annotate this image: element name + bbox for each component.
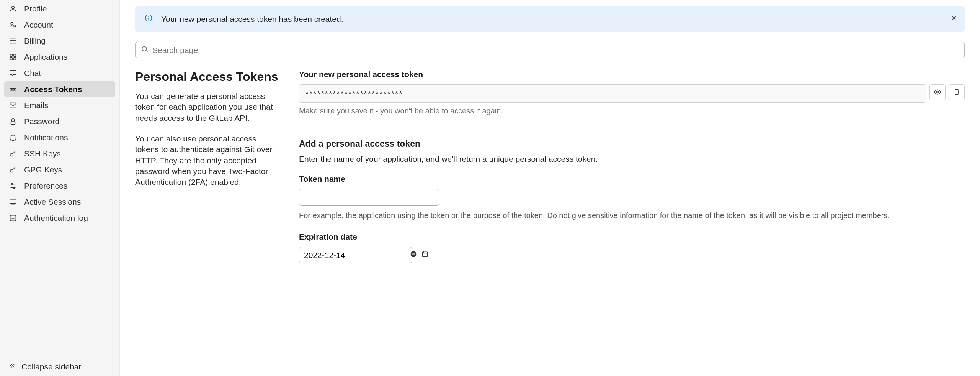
sidebar-item-account[interactable]: Account xyxy=(4,17,115,33)
sidebar-item-label: Profile xyxy=(24,4,47,13)
intro-paragraph-2: You can also use personal access tokens … xyxy=(135,133,281,188)
expiration-date-field[interactable] xyxy=(299,247,412,263)
search-input[interactable] xyxy=(152,46,959,55)
sidebar-item-access-tokens[interactable]: Access Tokens xyxy=(4,81,115,97)
expiration-date-input[interactable] xyxy=(304,251,404,260)
svg-rect-8 xyxy=(14,58,16,60)
svg-rect-5 xyxy=(10,54,13,57)
sidebar-item-label: Chat xyxy=(24,69,41,78)
sidebar-item-label: Access Tokens xyxy=(24,85,82,94)
svg-point-10 xyxy=(11,89,12,90)
sidebar-item-label: Applications xyxy=(24,53,67,62)
svg-point-30 xyxy=(148,16,149,17)
profile-icon xyxy=(9,5,17,13)
token-icon xyxy=(9,85,17,94)
svg-point-2 xyxy=(14,25,16,27)
password-icon xyxy=(9,117,17,126)
notifications-icon xyxy=(9,133,17,142)
copy-token-button[interactable] xyxy=(949,84,965,100)
svg-rect-13 xyxy=(10,103,16,108)
page-title: Personal Access Tokens xyxy=(135,70,281,84)
divider xyxy=(299,126,965,126)
info-icon xyxy=(144,14,153,24)
svg-point-0 xyxy=(11,6,14,9)
alert-message: Your new personal access token has been … xyxy=(161,15,343,24)
sidebar-item-label: Billing xyxy=(24,36,46,46)
sidebar-item-password[interactable]: Password xyxy=(4,113,115,130)
svg-point-16 xyxy=(10,169,13,172)
clear-date-button[interactable] xyxy=(410,250,417,260)
section-intro: Personal Access Tokens You can generate … xyxy=(135,70,281,263)
token-name-input[interactable] xyxy=(299,189,439,206)
sidebar-item-authentication-log[interactable]: Authentication log xyxy=(4,210,115,226)
sidebar-item-ssh-keys[interactable]: SSH Keys xyxy=(4,146,115,162)
sidebar-item-label: Emails xyxy=(24,101,48,110)
svg-line-34 xyxy=(146,51,148,52)
authlog-icon xyxy=(9,214,17,222)
svg-rect-7 xyxy=(10,58,13,60)
reveal-token-button[interactable] xyxy=(929,84,946,100)
key-icon xyxy=(9,149,17,158)
sidebar-item-notifications[interactable]: Notifications xyxy=(4,130,115,146)
svg-rect-6 xyxy=(14,54,16,57)
sidebar-item-label: GPG Keys xyxy=(24,165,62,174)
svg-rect-14 xyxy=(11,121,15,124)
token-name-label: Token name xyxy=(299,174,965,184)
sidebar-item-profile[interactable]: Profile xyxy=(4,1,115,17)
emails-icon xyxy=(9,101,17,110)
close-alert-button[interactable] xyxy=(950,14,958,24)
sidebar-list: ProfileAccountBillingApplicationsChatAcc… xyxy=(0,1,119,357)
svg-rect-40 xyxy=(422,252,427,257)
main-content: Your new personal access token has been … xyxy=(120,0,980,376)
sidebar-item-label: Active Sessions xyxy=(24,197,81,207)
svg-point-33 xyxy=(142,46,147,51)
svg-rect-21 xyxy=(10,199,16,204)
svg-rect-3 xyxy=(10,39,16,43)
search-page[interactable] xyxy=(135,42,965,58)
token-name-help: For example, the application using the t… xyxy=(299,210,965,221)
new-token-heading: Your new personal access token xyxy=(299,70,965,79)
search-icon xyxy=(141,45,149,55)
chevrons-left-icon xyxy=(8,362,16,371)
intro-paragraph-1: You can generate a personal access token… xyxy=(135,91,281,123)
sidebar-item-emails[interactable]: Emails xyxy=(4,97,115,113)
sidebar-item-label: Notifications xyxy=(24,133,68,142)
account-icon xyxy=(9,21,17,29)
preferences-icon xyxy=(9,182,17,190)
sidebar-item-label: Password xyxy=(24,117,59,126)
applications-icon xyxy=(9,53,17,61)
save-hint: Make sure you save it - you won't be abl… xyxy=(299,107,965,115)
calendar-icon[interactable] xyxy=(421,250,429,260)
svg-point-15 xyxy=(10,153,13,156)
sidebar: ProfileAccountBillingApplicationsChatAcc… xyxy=(0,0,120,376)
svg-point-12 xyxy=(14,89,15,90)
sidebar-item-chat[interactable]: Chat xyxy=(4,65,115,81)
svg-point-11 xyxy=(13,89,13,90)
sidebar-item-label: Account xyxy=(24,20,53,30)
token-panel: Your new personal access token Make sure… xyxy=(299,70,965,263)
eye-icon xyxy=(934,88,941,97)
svg-rect-36 xyxy=(955,89,958,94)
sidebar-item-label: Preferences xyxy=(24,181,67,190)
sidebar-item-label: SSH Keys xyxy=(24,149,61,158)
sidebar-item-preferences[interactable]: Preferences xyxy=(4,178,115,194)
sessions-icon xyxy=(9,198,17,206)
collapse-sidebar-button[interactable]: Collapse sidebar xyxy=(0,357,119,376)
sidebar-item-label: Authentication log xyxy=(24,213,88,223)
clipboard-icon xyxy=(953,88,960,97)
sidebar-item-gpg-keys[interactable]: GPG Keys xyxy=(4,162,115,178)
new-token-value[interactable] xyxy=(299,84,926,103)
sidebar-item-billing[interactable]: Billing xyxy=(4,33,115,49)
success-alert: Your new personal access token has been … xyxy=(135,6,965,32)
billing-icon xyxy=(9,37,17,45)
sidebar-item-applications[interactable]: Applications xyxy=(4,49,115,65)
svg-point-1 xyxy=(11,22,13,25)
svg-point-35 xyxy=(937,91,939,93)
collapse-sidebar-label: Collapse sidebar xyxy=(21,362,81,371)
expiration-date-label: Expiration date xyxy=(299,232,965,241)
key-icon xyxy=(9,166,17,174)
chat-icon xyxy=(9,69,17,77)
add-token-desc: Enter the name of your application, and … xyxy=(299,154,965,164)
sidebar-item-active-sessions[interactable]: Active Sessions xyxy=(4,194,115,210)
add-token-heading: Add a personal access token xyxy=(299,139,965,149)
